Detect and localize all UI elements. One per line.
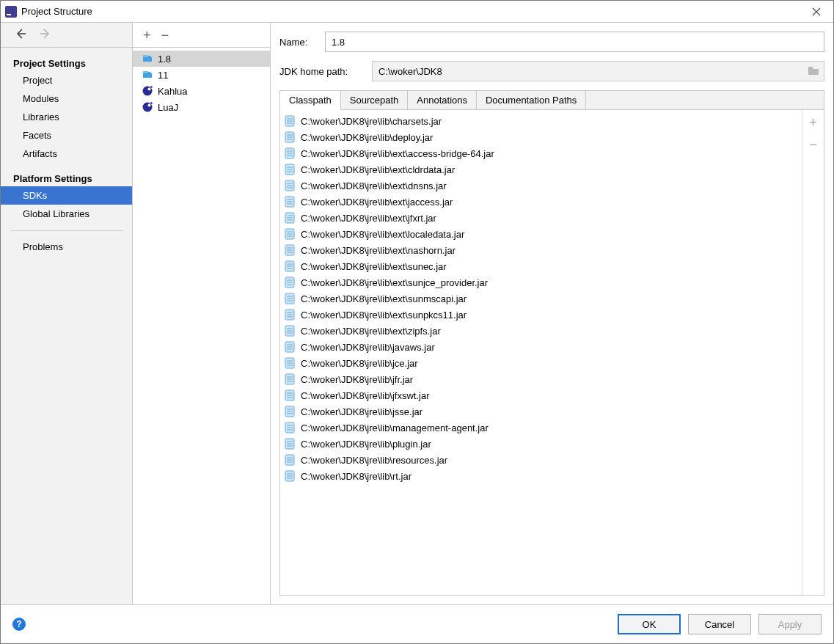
sidebar-item-artifacts[interactable]: Artifacts (1, 144, 132, 163)
sidebar-item-project[interactable]: Project (1, 71, 132, 89)
classpath-row[interactable]: C:\woker\JDK8\jre\lib\deploy.jar (280, 129, 802, 145)
jar-icon (285, 438, 295, 450)
sdk-row-1-8[interactable]: 1.8 (133, 51, 270, 67)
classpath-path: C:\woker\JDK8\jre\lib\javaws.jar (301, 342, 435, 353)
help-icon[interactable]: ? (12, 618, 26, 631)
path-row: JDK home path: C:\woker\JDK8 (271, 52, 833, 81)
classpath-path: C:\woker\JDK8\jre\lib\ext\zipfs.jar (301, 326, 441, 337)
classpath-row[interactable]: C:\woker\JDK8\jre\lib\jfr.jar (280, 371, 802, 387)
classpath-path: C:\woker\JDK8\jre\lib\ext\nashorn.jar (301, 245, 456, 256)
classpath-path: C:\woker\JDK8\jre\lib\ext\sunec.jar (301, 261, 447, 272)
jar-icon (285, 131, 295, 143)
jdk-home-path-field[interactable]: C:\woker\JDK8 (372, 61, 824, 81)
sdk-name-input[interactable] (325, 32, 824, 52)
name-label: Name: (279, 37, 316, 48)
cancel-button[interactable]: Cancel (688, 614, 751, 634)
classpath-row[interactable]: C:\woker\JDK8\jre\lib\ext\jfxrt.jar (280, 210, 802, 226)
lua-icon (142, 101, 153, 113)
classpath-row[interactable]: C:\woker\JDK8\jre\lib\jce.jar (280, 355, 802, 371)
classpath-path: C:\woker\JDK8\jre\lib\jfxswt.jar (301, 390, 430, 401)
classpath-path: C:\woker\JDK8\jre\lib\ext\jfxrt.jar (301, 213, 436, 224)
jar-icon (285, 422, 295, 433)
sdk-row-11[interactable]: 11 (133, 67, 270, 83)
jar-icon (285, 164, 295, 175)
ok-button[interactable]: OK (618, 614, 681, 634)
classpath-row[interactable]: C:\woker\JDK8\jre\lib\ext\sunec.jar (280, 258, 802, 274)
classpath-row[interactable]: C:\woker\JDK8\jre\lib\ext\access-bridge-… (280, 145, 802, 161)
tab-classpath[interactable]: Classpath (280, 91, 341, 110)
svg-rect-5 (143, 71, 148, 73)
svg-point-6 (143, 87, 153, 96)
apply-button: Apply (758, 614, 822, 634)
jar-icon (285, 196, 295, 208)
sdk-label: LuaJ (158, 102, 178, 113)
sidebar-item-global-libraries[interactable]: Global Libraries (1, 205, 132, 223)
browse-folder-icon[interactable] (808, 65, 819, 78)
classpath-row[interactable]: C:\woker\JDK8\jre\lib\ext\sunmscapi.jar (280, 290, 802, 307)
classpath-path: C:\woker\JDK8\jre\lib\ext\sunmscapi.jar (301, 293, 467, 304)
sidebar-item-sdks[interactable]: SDKs (1, 186, 132, 205)
dialog-body: Project SettingsProjectModulesLibrariesF… (1, 23, 833, 643)
classpath-row[interactable]: C:\woker\JDK8\jre\lib\ext\localedata.jar (280, 226, 802, 242)
classpath-row[interactable]: C:\woker\JDK8\jre\lib\ext\sunjce_provide… (280, 274, 802, 290)
svg-rect-4 (143, 55, 148, 57)
window-close-button[interactable] (800, 1, 833, 22)
classpath-row[interactable]: C:\woker\JDK8\jre\lib\ext\dnsns.jar (280, 178, 802, 194)
classpath-row[interactable]: C:\woker\JDK8\jre\lib\javaws.jar (280, 339, 802, 355)
tab-annotations[interactable]: Annotations (408, 91, 477, 109)
classpath-row[interactable]: C:\woker\JDK8\jre\lib\ext\jaccess.jar (280, 194, 802, 210)
classpath-path: C:\woker\JDK8\jre\lib\ext\cldrdata.jar (301, 164, 455, 175)
jar-icon (285, 212, 295, 224)
svg-point-9 (143, 103, 153, 112)
name-row: Name: (271, 23, 833, 52)
sidebar-item-problems[interactable]: Problems (1, 231, 132, 256)
jar-icon (285, 309, 295, 321)
jar-icon (285, 406, 295, 417)
jar-icon (285, 454, 295, 466)
tab-sourcepath[interactable]: Sourcepath (341, 91, 409, 109)
sdk-list: 1.811KahluaLuaJ (133, 48, 270, 115)
classpath-row[interactable]: C:\woker\JDK8\jre\lib\management-agent.j… (280, 420, 802, 436)
svg-rect-0 (5, 6, 17, 18)
sdk-label: 11 (158, 70, 168, 81)
svg-rect-1 (7, 14, 11, 15)
classpath-path: C:\woker\JDK8\jre\lib\deploy.jar (301, 132, 433, 143)
classpath-path: C:\woker\JDK8\jre\lib\management-agent.j… (301, 422, 489, 433)
classpath-row[interactable]: C:\woker\JDK8\jre\lib\ext\cldrdata.jar (280, 161, 802, 178)
sidebar-item-facets[interactable]: Facets (1, 126, 132, 144)
jar-icon (285, 115, 295, 127)
classpath-row[interactable]: C:\woker\JDK8\jre\lib\resources.jar (280, 452, 802, 468)
classpath-row[interactable]: C:\woker\JDK8\jre\lib\ext\sunpkcs11.jar (280, 307, 802, 323)
sidebar-item-libraries[interactable]: Libraries (1, 108, 132, 126)
settings-sidebar: Project SettingsProjectModulesLibrariesF… (1, 23, 133, 604)
classpath-path: C:\woker\JDK8\jre\lib\jce.jar (301, 358, 418, 369)
classpath-list[interactable]: C:\woker\JDK8\jre\lib\charsets.jarC:\wok… (280, 110, 802, 595)
jar-icon (285, 357, 295, 369)
classpath-row[interactable]: C:\woker\JDK8\jre\lib\charsets.jar (280, 113, 802, 129)
classpath-path: C:\woker\JDK8\jre\lib\ext\dnsns.jar (301, 180, 447, 191)
svg-point-7 (148, 88, 151, 91)
svg-point-11 (150, 102, 153, 104)
sdk-row-kahlua[interactable]: Kahlua (133, 83, 270, 99)
tab-documentation-paths[interactable]: Documentation Paths (477, 91, 586, 109)
classpath-row[interactable]: C:\woker\JDK8\jre\lib\plugin.jar (280, 436, 802, 452)
add-sdk-button[interactable]: + (143, 29, 151, 42)
remove-sdk-button[interactable]: − (161, 29, 169, 42)
window-title: Project Structure (21, 6, 800, 17)
sidebar-item-modules[interactable]: Modules (1, 89, 132, 108)
classpath-panel: C:\woker\JDK8\jre\lib\charsets.jarC:\wok… (279, 110, 824, 596)
classpath-row[interactable]: C:\woker\JDK8\jre\lib\jsse.jar (280, 403, 802, 420)
classpath-row[interactable]: C:\woker\JDK8\jre\lib\ext\nashorn.jar (280, 242, 802, 258)
classpath-path: C:\woker\JDK8\jre\lib\ext\localedata.jar (301, 229, 464, 240)
nav-back-icon[interactable] (14, 27, 27, 43)
add-classpath-button[interactable]: + (809, 116, 817, 129)
classpath-row[interactable]: C:\woker\JDK8\jre\lib\rt.jar (280, 468, 802, 484)
svg-point-10 (148, 104, 151, 107)
sdk-row-luaj[interactable]: LuaJ (133, 99, 270, 115)
sdk-label: Kahlua (158, 86, 187, 97)
remove-classpath-button[interactable]: − (809, 138, 817, 151)
classpath-row[interactable]: C:\woker\JDK8\jre\lib\ext\zipfs.jar (280, 323, 802, 339)
classpath-row[interactable]: C:\woker\JDK8\jre\lib\jfxswt.jar (280, 387, 802, 403)
path-label: JDK home path: (279, 66, 363, 77)
jar-icon (285, 147, 295, 159)
